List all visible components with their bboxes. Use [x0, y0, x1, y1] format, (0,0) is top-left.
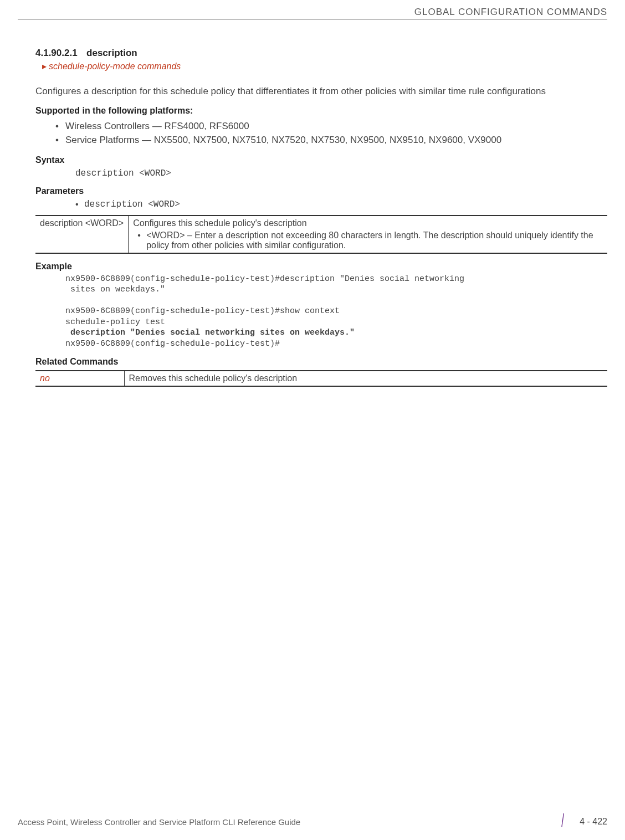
param-bullet: <WORD> – Enter a description not exceedi… [133, 231, 603, 250]
page-content: 4.1.90.2.1 description ▸schedule-policy-… [35, 48, 607, 387]
code-line-bold: description "Denies social networking si… [65, 328, 355, 337]
related-commands-table: no Removes this schedule policy's descri… [35, 370, 607, 387]
supported-list: Wireless Controllers — RFS4000, RFS6000 … [35, 119, 607, 147]
example-heading: Example [35, 262, 607, 272]
section-heading: 4.1.90.2.1 description [35, 48, 607, 59]
code-line: nx9500-6C8809(config-schedule-policy-tes… [65, 274, 464, 284]
related-command-cell[interactable]: no [35, 371, 124, 386]
list-item: Service Platforms — NX5500, NX7500, NX75… [35, 133, 607, 147]
syntax-code: description <WORD> [75, 168, 607, 178]
code-line: sites on weekdays." [65, 285, 165, 294]
related-desc-cell: Removes this schedule policy's descripti… [124, 371, 607, 386]
param-name-cell: description <WORD> [35, 216, 129, 253]
parameters-code: description <WORD> [84, 199, 607, 209]
page-footer: Access Point, Wireless Controller and Se… [18, 817, 607, 827]
parameters-table: description <WORD> Configures this sched… [35, 215, 607, 254]
table-row: description <WORD> Configures this sched… [35, 216, 607, 253]
list-item: Wireless Controllers — RFS4000, RFS6000 [35, 119, 607, 134]
param-desc-text: Configures this schedule policy's descri… [133, 218, 306, 228]
related-heading: Related Commands [35, 357, 607, 367]
section-number: 4.1.90.2.1 [35, 48, 78, 59]
breadcrumb-arrow-icon: ▸ [42, 62, 47, 71]
code-line: nx9500-6C8809(config-schedule-policy-tes… [65, 306, 340, 316]
parameters-heading: Parameters [35, 186, 607, 196]
code-line: schedule-policy test [65, 317, 165, 327]
footer-text: Access Point, Wireless Controller and Se… [18, 817, 300, 827]
syntax-heading: Syntax [35, 155, 607, 165]
header-divider [18, 19, 607, 19]
param-desc-cell: Configures this schedule policy's descri… [129, 216, 607, 253]
table-row: no Removes this schedule policy's descri… [35, 371, 607, 386]
supported-heading: Supported in the following platforms: [35, 106, 607, 116]
footer-page-number: 4 - 422 [580, 817, 607, 827]
code-line: nx9500-6C8809(config-schedule-policy-tes… [65, 339, 280, 349]
intro-text: Configures a description for this schedu… [35, 85, 607, 98]
breadcrumb-text: schedule-policy-mode commands [49, 62, 181, 71]
header-category: GLOBAL CONFIGURATION COMMANDS [414, 7, 607, 18]
section-title: description [86, 48, 137, 59]
breadcrumb[interactable]: ▸schedule-policy-mode commands [42, 61, 607, 71]
example-code-block: nx9500-6C8809(config-schedule-policy-tes… [65, 274, 607, 350]
